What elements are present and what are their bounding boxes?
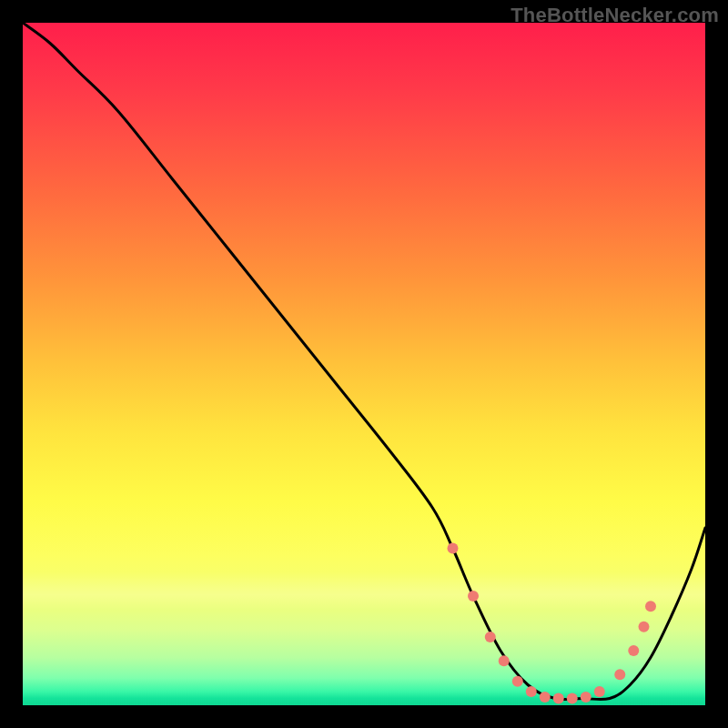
sweet-spot-dot (448, 543, 459, 554)
sweet-spot-dot (614, 669, 625, 680)
sweet-spot-dot (639, 622, 650, 632)
sweet-spot-dot (645, 601, 656, 612)
chart-frame: TheBottleNecker.com (0, 0, 728, 728)
sweet-spot-dot (485, 632, 496, 642)
sweet-spot-dots (448, 543, 657, 704)
sweet-spot-dot (468, 591, 479, 602)
plot-area (23, 23, 705, 705)
sweet-spot-dot (499, 655, 510, 666)
sweet-spot-dot (581, 692, 592, 703)
sweet-spot-dot (512, 676, 523, 687)
curve-svg (23, 23, 705, 705)
watermark-text: TheBottleNecker.com (511, 4, 719, 27)
bottleneck-curve (23, 23, 705, 700)
sweet-spot-dot (594, 686, 605, 697)
sweet-spot-dot (540, 692, 551, 703)
sweet-spot-dot (628, 645, 639, 656)
sweet-spot-dot (553, 693, 564, 704)
sweet-spot-dot (526, 686, 537, 697)
sweet-spot-dot (567, 693, 578, 704)
